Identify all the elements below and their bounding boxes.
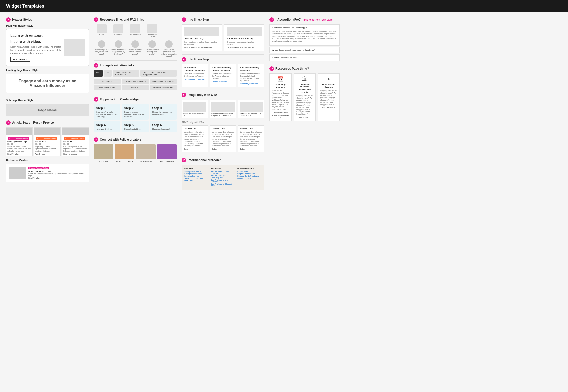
resource-label-faqs: FAQs [94, 34, 109, 36]
pf-item-1-4[interactable]: Best Practices for Shoppable Video [211, 183, 235, 187]
pf-item-0-2[interactable]: Influencer Info Hub [184, 175, 209, 177]
subpage-header-card: Page Name [6, 104, 89, 116]
pf-item-0-0[interactable]: Getting Started Guide [184, 171, 209, 172]
pf-item-0-4[interactable]: What's New [184, 180, 209, 181]
info-3-title-1: Amazon community content guidelines [212, 66, 234, 72]
pf-item-2-2[interactable]: Do's and Don'ts (livestream) [237, 175, 262, 177]
resource-item-guidelines[interactable]: Guidelines [111, 24, 126, 37]
creator-3[interactable]: CALEEOSMAKEUP [157, 144, 177, 162]
pf-item-2-0[interactable]: Promo Codes [237, 171, 262, 172]
column-3: 7 info links- 2-up Amazon Live FAQ From … [182, 17, 264, 190]
pf-item-1-0[interactable]: Amazon Video Content Guidelines [211, 171, 235, 174]
accordion-item-0[interactable]: What is the Amazon Live Creator app? The… [269, 24, 340, 46]
pf-item-0-3[interactable]: Selling Partner Info Hub [184, 177, 209, 179]
resource-item-faqs[interactable]: FAQs [94, 24, 109, 37]
info-link-7-1[interactable]: Have questions? We have answers. [227, 47, 262, 49]
horizontal-label: Horizontal Version [6, 159, 89, 162]
info-title-7-1: Amazon Shoppable FAQ [227, 37, 262, 40]
flip-card-5[interactable]: Step 5 Choose the start time. [122, 121, 149, 132]
accordion-item-2[interactable]: What is Amazon.com/Live? [269, 54, 340, 61]
nav-btn-2[interactable]: Share saved livestreams [150, 79, 177, 84]
resource-card-link-0-1[interactable]: Watch past webinars → [272, 115, 289, 118]
landing-header-card: Engage and earn money as an Amazon Influ… [6, 74, 89, 93]
circle-item-3[interactable]: Are there ways to level up as a creator? [145, 40, 160, 57]
section-9-num: 9 [182, 93, 186, 97]
nav-pill-what[interactable]: What [94, 70, 103, 77]
pf-item-1-1[interactable]: Amazon Live App [211, 175, 235, 176]
flip-card-2[interactable]: Step 2 Create or upload a thumbnail pict… [122, 104, 149, 120]
section-9-label: Image only with CTA [188, 93, 217, 97]
resource-item-graphics[interactable]: Graphics and Overlays [145, 24, 160, 37]
card-desc-1: Within the Amazon Live Creator App, crea… [7, 145, 31, 152]
circle-item-0[interactable]: How do I sign up or apply for Amazon vid… [94, 40, 109, 57]
pf-item-1-2[interactable]: Event prep tips [211, 177, 235, 179]
nav-pill-al[interactable]: Getting Started with Amazon Live [113, 70, 140, 77]
text-cta-btn-2[interactable]: Button → [240, 148, 262, 150]
text-cta-0: Header / Title Lorem ipsum dolor sit ame… [182, 125, 208, 152]
flip-card-4[interactable]: Step 4 Name your livestream. [94, 121, 120, 132]
nav-btn-1[interactable]: Connect with shoppers [122, 79, 149, 84]
resource-card-icon-1: 🏛 [296, 76, 313, 82]
info-link-7-0[interactable]: Have questions? We have answers. [184, 47, 219, 49]
img-cta-link-2[interactable]: Download the Amazon Live Creator app → [240, 113, 263, 116]
prefooter-col-0: New Here? Getting Started Guide Getting … [184, 167, 209, 187]
nav-pill-asv[interactable]: Getting Started with Amazon Shoppable Vi… [140, 70, 177, 77]
info-3-link-2[interactable]: Community Guidelines [240, 83, 262, 85]
pf-item-0-1[interactable]: Getting Started Videos [184, 173, 209, 175]
section-info-3up: 8 info links- 3-up Amazon Live community… [182, 57, 264, 90]
pf-item-2-3[interactable]: Holiday Checklist [237, 177, 262, 179]
img-cta-link-1[interactable]: Visit the Amazon Influencer Program Educ… [211, 113, 235, 116]
creator-photo-0 [94, 144, 113, 159]
info-title-7-0: Amazon Live FAQ [184, 37, 219, 40]
resource-icon-guidelines [113, 24, 123, 33]
img-cta-img-1 [211, 102, 235, 112]
info-3-link-0[interactable]: Live Community Guidelines [184, 78, 206, 80]
circle-item-1[interactable]: Where do Amazon shoppers see my livestre… [111, 40, 126, 57]
nav-pills-row: What Why Getting Started with Amazon Liv… [94, 70, 177, 77]
text-cta-btn-1[interactable]: Button → [212, 148, 234, 150]
resource-card-desc-0: Tune into the Amazon Live Creator page f… [272, 90, 289, 110]
accordion-question-0: What is the Amazon Live Creator app? [272, 27, 337, 29]
pf-item-2-1[interactable]: Graphics and Overlays [237, 173, 262, 175]
flip-card-1[interactable]: Step 1 If you haven't already, download … [94, 104, 120, 120]
circle-item-2[interactable]: Is there a cost to create Amazon videos? [127, 40, 143, 57]
card-link-1[interactable]: Read full article → [7, 153, 31, 155]
nav-btn-3[interactable]: Live mobile studio [94, 85, 121, 90]
section-2-num: 2 [6, 120, 11, 125]
resource-card-title-1: Upcoming shopping festivals and events [296, 83, 313, 94]
circle-item-4[interactable]: What are the guidelines and policies for… [161, 40, 177, 57]
flip-card-6[interactable]: Step 6 Share your livestream! [150, 121, 177, 132]
horizontal-link[interactable]: Read full article → [28, 177, 86, 179]
creator-2[interactable]: FRENCH GLOW [136, 144, 156, 162]
get-started-button[interactable]: GET STARTED [10, 57, 30, 62]
creator-1[interactable]: BEAUTY BY CARLA [115, 144, 134, 162]
info-3-link-1[interactable]: Content Guidelines [212, 81, 234, 82]
column-4: 11 Accordion (FAQ) link to current FAQ p… [269, 17, 340, 190]
section-6-label: Connect with Fellow creators [100, 138, 142, 141]
text-cta-btn-0[interactable]: Button → [184, 148, 206, 150]
prefooter-col-1: Resources Amazon Video Content Guideline… [211, 167, 235, 187]
info-3-card-0: Amazon Live community guidelines Guideli… [182, 64, 208, 87]
faq-link[interactable]: link to current FAQ page [303, 18, 332, 21]
flip-card-3[interactable]: Step 3 Choose the products you want to f… [150, 104, 177, 120]
card-link-2[interactable]: Watch video → [35, 153, 59, 155]
circle-label-1: Where do Amazon shoppers see my livestre… [111, 49, 126, 55]
resource-card-link-2-0[interactable]: Find Graphics → [320, 107, 337, 108]
nav-btn-0[interactable]: Get started [94, 79, 121, 84]
nav-pill-why[interactable]: Why [104, 70, 112, 77]
circle-icon-3 [148, 40, 156, 48]
section-resources-page: 12 Resources Page thing? 📅 Upcoming webi… [269, 66, 340, 121]
text-cta-desc-1: Lorem ipsum dolor sit amet, consectetur … [212, 131, 234, 147]
section-10-num: 10 [182, 158, 186, 162]
accordion-item-1[interactable]: Where do Amazon shoppers see my livestre… [269, 47, 340, 53]
resource-item-dos-donts[interactable]: Do's and Don'ts [127, 24, 143, 37]
pf-item-1-3[interactable]: Best Practices for Live Creators [211, 179, 235, 183]
card-link-3[interactable]: Listen to episode → [63, 153, 88, 155]
creator-0[interactable]: UTECHPIA [94, 144, 113, 162]
resource-card-link-1-0[interactable]: Learn more → [296, 116, 313, 118]
resource-card-link-0-0[interactable]: Follow Amazon Live → [272, 111, 289, 115]
section-accordion: 11 Accordion (FAQ) link to current FAQ p… [269, 17, 340, 64]
nav-btn-4[interactable]: Level up [122, 85, 149, 90]
img-cta-link-0[interactable]: Check out commission rates → [183, 113, 206, 116]
nav-btn-5[interactable]: Storefront customization [150, 85, 177, 90]
